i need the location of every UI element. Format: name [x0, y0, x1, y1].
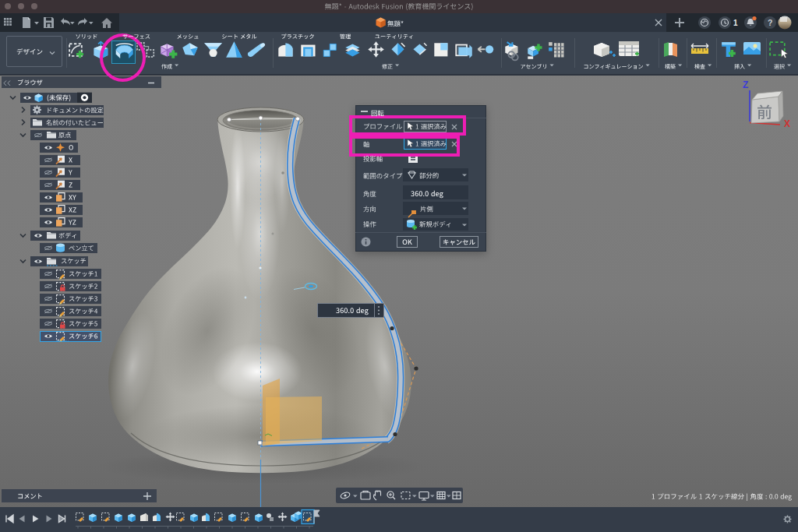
svg-text:?: ?	[768, 18, 772, 27]
svg-text:1: 1	[733, 19, 738, 27]
